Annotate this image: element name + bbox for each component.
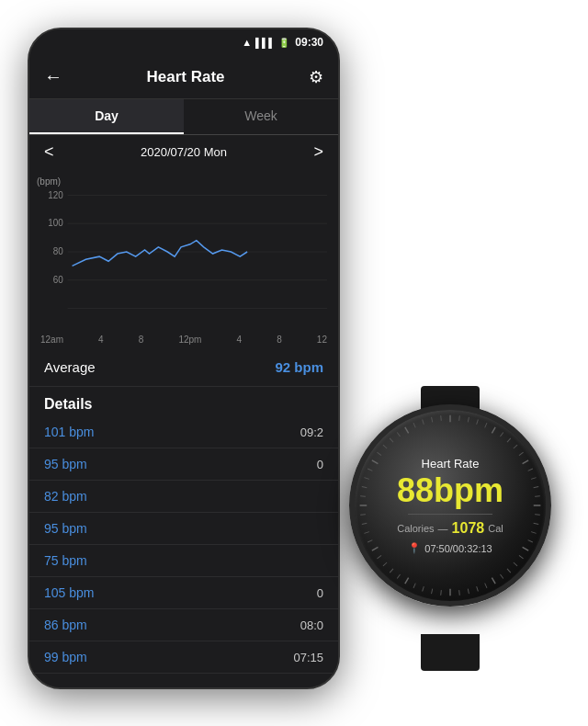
x-axis-labels: 12am 4 8 12pm 4 8 12 [29,335,338,348]
prev-date-button[interactable]: < [44,142,54,162]
detail-bpm-2: 82 bpm [44,489,87,504]
detail-bpm-0: 101 bpm [44,425,94,439]
x-label-2: 8 [139,335,144,345]
details-header: Details [29,387,338,416]
svg-line-19 [523,460,529,464]
detail-time-7: 07:15 [293,651,323,664]
svg-line-58 [368,469,372,471]
svg-line-11 [468,417,469,423]
phone: ▲ ▌▌▌ 🔋 09:30 ← Heart Rate ⚙ Day Week [28,28,340,689]
details-title: Details [44,396,92,412]
detail-bpm-5: 105 bpm [44,585,94,600]
app-header: ← Heart Rate ⚙ [29,55,338,99]
detail-time-0: 09:2 [300,425,323,439]
x-label-5: 8 [277,335,282,345]
svg-line-59 [372,460,379,464]
svg-line-16 [507,438,511,442]
watch-body: Heart Rate 88bpm Calories — 1078 Cal 📍 0… [349,404,551,607]
detail-time-1: 0 [317,458,323,471]
status-icons: ▲ ▌▌▌ 🔋 [242,37,289,48]
svg-line-55 [360,496,366,497]
detail-time-6: 08:0 [300,618,323,632]
wifi-icon: ▲ [242,37,252,48]
svg-line-47 [383,562,387,566]
svg-line-25 [535,515,540,516]
scene: ▲ ▌▌▌ 🔋 09:30 ← Heart Rate ⚙ Day Week [0,0,588,726]
svg-line-35 [485,584,487,588]
average-row: Average 92 bpm [29,348,338,387]
tab-week[interactable]: Week [184,99,338,134]
svg-line-60 [377,452,381,455]
watch-calories-unit: Cal [488,523,503,534]
x-label-3: 12pm [178,335,201,345]
svg-line-62 [390,438,393,442]
svg-line-17 [514,445,517,448]
svg-line-43 [413,584,415,588]
status-time: 09:30 [295,36,323,49]
detail-time-5: 0 [317,586,323,600]
svg-text:100: 100 [48,218,63,228]
svg-line-41 [432,589,433,595]
svg-line-21 [531,478,536,480]
watch-calories-value: 1078 [452,520,485,537]
svg-line-31 [514,562,517,566]
detail-row-2: 82 bpm [29,481,338,513]
svg-line-14 [492,427,495,434]
watch-time-row: 📍 07:50/00:32:13 [408,542,492,554]
detail-row-6: 86 bpm 08:0 [29,609,338,641]
svg-line-36 [477,586,479,591]
detail-row-3: 95 bpm [29,513,338,545]
watch-calories-row: Calories — 1078 Cal [397,520,503,537]
x-label-6: 12 [317,335,327,345]
svg-line-34 [492,578,495,584]
battery-icon: 🔋 [278,38,289,48]
svg-text:60: 60 [53,275,63,285]
svg-line-48 [377,555,381,558]
svg-line-52 [362,523,368,524]
svg-line-46 [390,569,393,573]
x-label-4: 4 [237,335,243,345]
tab-day[interactable]: Day [29,99,184,134]
detail-row-0: 101 bpm 09:2 [29,416,338,448]
next-date-button[interactable]: > [313,142,323,162]
detail-bpm-7: 99 bpm [44,650,87,664]
svg-line-15 [500,432,503,437]
svg-line-38 [459,590,460,596]
settings-button[interactable]: ⚙ [309,67,323,87]
svg-line-22 [534,487,539,488]
svg-line-56 [362,487,368,488]
watch-time-text: 07:50/00:32:13 [424,543,492,554]
svg-line-51 [364,532,368,534]
svg-line-30 [519,555,524,558]
svg-line-37 [468,589,469,595]
watch-bpm-value: 88bpm [397,472,503,509]
svg-text:80: 80 [53,246,63,256]
svg-line-61 [383,445,387,448]
signal-icon: ▌▌▌ [255,38,275,48]
svg-line-53 [360,515,366,516]
svg-line-68 [441,415,442,421]
status-bar: ▲ ▌▌▌ 🔋 09:30 [29,29,338,55]
x-label-0: 12am [40,335,63,345]
watch-divider [408,514,493,515]
detail-bpm-4: 75 bpm [44,553,87,568]
smartwatch: Heart Rate 88bpm Calories — 1078 Cal 📍 0… [331,386,570,671]
current-date: 2020/07/20 Mon [141,145,227,159]
watch-calories-dash: — [438,523,448,534]
chart-svg: 120 100 80 60 [40,176,327,327]
tabs-container: Day Week [29,99,338,135]
svg-line-13 [485,423,487,427]
svg-line-63 [397,432,400,437]
svg-line-20 [528,469,533,471]
svg-line-64 [405,427,409,434]
svg-line-67 [432,417,433,423]
detail-bpm-6: 86 bpm [44,618,87,632]
svg-line-27 [531,532,536,534]
heart-rate-chart: (bpm) 120 100 80 60 [29,169,338,335]
svg-line-10 [459,415,460,421]
svg-line-45 [397,574,400,579]
svg-line-28 [528,540,533,542]
back-button[interactable]: ← [44,66,62,87]
svg-line-32 [507,569,511,573]
svg-line-66 [423,419,424,424]
